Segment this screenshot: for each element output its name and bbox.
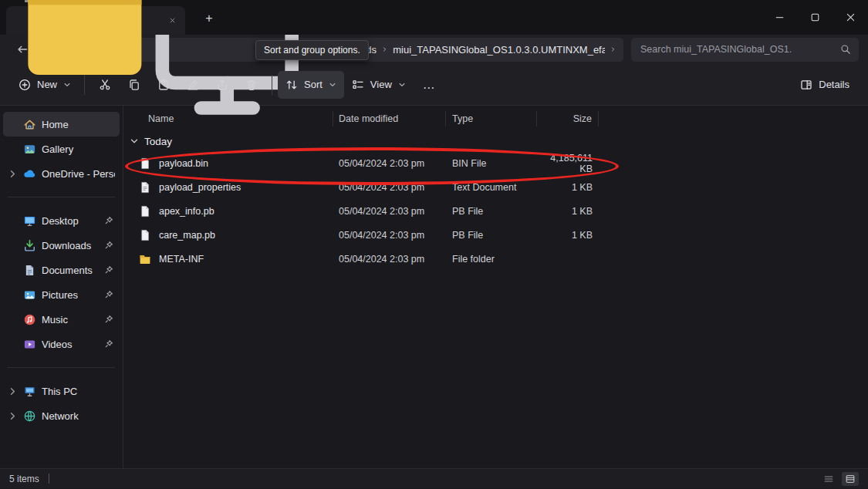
file-type: File folder — [446, 254, 537, 265]
window-controls — [762, 0, 868, 35]
pin-icon — [104, 315, 113, 324]
file-date: 05/04/2024 2:03 pm — [333, 254, 446, 265]
details-pane-button[interactable]: Details — [792, 71, 857, 99]
sidebar-item-pictures[interactable]: Pictures — [3, 282, 120, 307]
chevron-right-icon — [382, 46, 387, 53]
column-header-date-modified[interactable]: Date modified — [333, 111, 446, 126]
details-view-button[interactable] — [842, 472, 859, 486]
blank-file-icon — [139, 157, 151, 170]
downloads-icon — [23, 239, 36, 252]
this-pc-icon — [23, 385, 36, 398]
sidebar-item-home[interactable]: Home — [3, 112, 120, 137]
file-rows: payload.bin05/04/2024 2:03 pmBIN File4,1… — [123, 151, 868, 271]
navigation-sidebar: HomeGalleryOneDrive - PersonaDesktopDown… — [0, 106, 123, 468]
chevron-down-icon — [130, 137, 139, 146]
sidebar-item-label: Music — [42, 314, 99, 325]
sidebar-item-onedrive-persona[interactable]: OneDrive - Persona — [3, 161, 120, 186]
music-icon — [23, 313, 36, 326]
folder-icon — [14, 0, 156, 91]
file-row-care-map-pb[interactable]: care_map.pb05/04/2024 2:03 pmPB File1 KB — [123, 223, 868, 247]
file-row-apex-info-pb[interactable]: apex_info.pb05/04/2024 2:03 pmPB File1 K… — [123, 199, 868, 223]
file-name-cell: payload.bin — [123, 157, 333, 170]
sidebar-item-this-pc[interactable]: This PC — [3, 379, 120, 403]
file-name: payload.bin — [159, 158, 208, 169]
network-icon — [23, 410, 36, 423]
new-tab-button[interactable]: + — [201, 10, 218, 27]
sidebar-divider — [8, 367, 115, 368]
title-bar: miui_TAPASINGlobal_OS1.0.3.0 + — [0, 0, 868, 35]
file-size: 1 KB — [537, 206, 599, 217]
group-label: Today — [144, 136, 172, 147]
text-file-icon — [139, 181, 151, 194]
sort-button[interactable]: Sort — [278, 71, 344, 99]
tab-close-button[interactable] — [168, 13, 177, 29]
chevron-spacer — [8, 290, 18, 300]
pin-icon — [104, 339, 113, 349]
more-options-button[interactable]: … — [414, 71, 445, 99]
maximize-button[interactable] — [797, 0, 833, 35]
sidebar-item-network[interactable]: Network — [3, 403, 120, 428]
breadcrumb-current-folder[interactable]: miui_TAPASINGlobal_OS1.0.3.0.UMTINXM_efa… — [393, 44, 605, 56]
sidebar-item-label: Desktop — [42, 215, 99, 227]
sidebar-item-desktop[interactable]: Desktop — [3, 208, 120, 233]
desktop-icon — [23, 214, 36, 228]
sidebar-item-label: This PC — [42, 386, 115, 397]
file-name: payload_properties — [159, 182, 241, 193]
column-header-name[interactable]: Name — [123, 111, 333, 126]
expand-chevron-icon[interactable] — [8, 169, 18, 179]
pin-icon — [104, 265, 113, 275]
items-count: 5 items — [9, 474, 39, 484]
file-date: 05/04/2024 2:03 pm — [333, 230, 446, 241]
file-type: BIN File — [446, 158, 537, 169]
share-button[interactable] — [208, 71, 237, 99]
sidebar-item-label: Home — [42, 119, 115, 130]
chevron-spacer — [8, 144, 18, 154]
chevron-spacer — [8, 216, 18, 226]
sidebar-item-documents[interactable]: Documents — [3, 258, 120, 282]
rename-button[interactable] — [178, 71, 208, 99]
file-type: PB File — [446, 230, 537, 241]
sidebar-item-gallery[interactable]: Gallery — [3, 137, 120, 161]
minimize-icon — [774, 12, 785, 23]
file-date: 05/04/2024 2:03 pm — [333, 158, 446, 169]
pin-icon — [104, 290, 113, 299]
view-button[interactable]: View — [344, 71, 414, 99]
address-bar[interactable]: Downloads miui_TAPASINGlobal_OS1.0.3.0.U… — [136, 38, 623, 62]
sidebar-item-music[interactable]: Music — [3, 307, 120, 332]
chevron-spacer — [8, 339, 18, 349]
pin-icon — [104, 241, 113, 250]
list-view-button[interactable] — [820, 472, 837, 486]
expand-chevron-icon[interactable] — [8, 411, 18, 421]
file-date: 05/04/2024 2:03 pm — [333, 206, 446, 217]
minimize-button[interactable] — [762, 0, 797, 35]
expand-chevron-icon[interactable] — [8, 386, 18, 396]
chevron-down-icon — [329, 81, 336, 89]
chevron-spacer — [8, 241, 18, 251]
file-row-payload-bin[interactable]: payload.bin05/04/2024 2:03 pmBIN File4,1… — [123, 151, 868, 175]
tooltip: Sort and group options. — [255, 40, 369, 60]
sidebar-item-videos[interactable]: Videos — [3, 332, 120, 356]
trash-icon — [245, 79, 258, 91]
details-button-label: Details — [819, 79, 849, 90]
window-body: HomeGalleryOneDrive - PersonaDesktopDown… — [0, 106, 868, 468]
explorer-tab[interactable]: miui_TAPASINGlobal_OS1.0.3.0 — [6, 6, 185, 35]
delete-button[interactable] — [237, 71, 266, 99]
search-input[interactable] — [639, 43, 834, 56]
videos-icon — [23, 338, 36, 351]
file-name-cell: payload_properties — [123, 181, 333, 194]
column-header-type[interactable]: Type — [446, 111, 537, 126]
file-row-meta-inf[interactable]: META-INF05/04/2024 2:03 pmFile folder — [123, 247, 868, 271]
sidebar-item-label: Pictures — [42, 289, 99, 301]
file-row-payload-properties[interactable]: payload_properties05/04/2024 2:03 pmText… — [123, 175, 868, 199]
close-button[interactable] — [833, 0, 868, 35]
close-icon — [169, 17, 176, 24]
file-size: 1 KB — [537, 230, 599, 241]
file-name-cell: META-INF — [123, 253, 333, 265]
status-bar: 5 items — [0, 468, 868, 488]
column-header-size[interactable]: Size — [537, 111, 599, 126]
blank-file-icon — [139, 229, 151, 241]
group-header-today[interactable]: Today — [123, 131, 868, 151]
sidebar-item-downloads[interactable]: Downloads — [3, 233, 120, 258]
list-view-icon — [823, 474, 834, 484]
chevron-spacer — [8, 120, 18, 130]
